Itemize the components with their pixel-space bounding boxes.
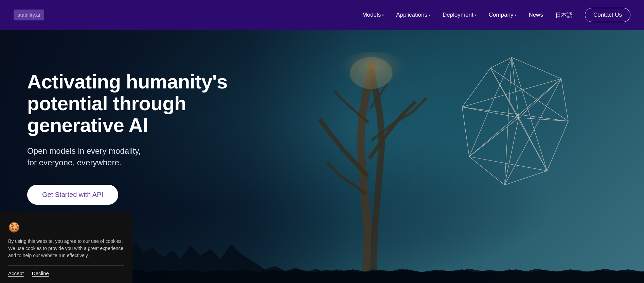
svg-line-9 (469, 57, 512, 157)
svg-line-20 (490, 68, 519, 118)
hero-content: Activating humanity's potential through … (27, 71, 258, 205)
geometric-figure (440, 50, 576, 220)
nav-models[interactable]: Models ▾ (362, 12, 384, 18)
svg-line-12 (490, 68, 547, 171)
nav-applications[interactable]: Applications ▾ (396, 12, 430, 18)
main-nav: Models ▾ Applications ▾ Deployment ▾ Com… (362, 8, 630, 22)
svg-line-19 (462, 107, 519, 118)
svg-marker-2 (462, 57, 569, 185)
svg-line-6 (505, 57, 512, 185)
svg-line-7 (462, 79, 561, 107)
chevron-down-icon: ▾ (382, 13, 384, 17)
nav-company[interactable]: Company ▾ (489, 12, 517, 18)
svg-point-1 (350, 57, 393, 89)
header: stability.ai Models ▾ Applications ▾ Dep… (0, 0, 644, 30)
svg-line-11 (462, 107, 569, 121)
svg-line-17 (505, 118, 519, 185)
chevron-down-icon: ▾ (429, 13, 430, 17)
svg-line-5 (490, 68, 568, 121)
cookie-icon: 🍪 (8, 222, 124, 233)
cookie-actions: Accept Decline (8, 265, 124, 276)
nav-deployment[interactable]: Deployment ▾ (443, 12, 477, 18)
logo[interactable]: stability.ai (14, 10, 44, 20)
cookie-text: By using this website, you agree to our … (8, 238, 124, 259)
svg-line-15 (519, 118, 568, 121)
svg-line-10 (505, 79, 561, 185)
svg-line-4 (469, 79, 561, 156)
cookie-banner: 🍪 By using this website, you agree to ou… (0, 212, 132, 283)
nav-news[interactable]: News (529, 12, 543, 18)
cta-button[interactable]: Get Started with API (27, 185, 118, 205)
logo-container[interactable]: stability.ai (14, 10, 44, 20)
hero-title: Activating humanity's potential through … (27, 71, 258, 136)
accept-button[interactable]: Accept (8, 270, 24, 276)
chevron-down-icon: ▾ (515, 13, 516, 17)
nav-japanese[interactable]: 日本語 (555, 11, 573, 19)
decline-button[interactable]: Decline (32, 270, 49, 276)
hero-section: Activating humanity's potential through … (0, 30, 644, 283)
svg-line-3 (512, 57, 547, 171)
hero-subtitle: Open models in every modality,for everyo… (27, 145, 258, 168)
contact-button[interactable]: Contact Us (585, 8, 630, 22)
svg-line-18 (469, 118, 519, 157)
chevron-down-icon: ▾ (475, 13, 477, 17)
